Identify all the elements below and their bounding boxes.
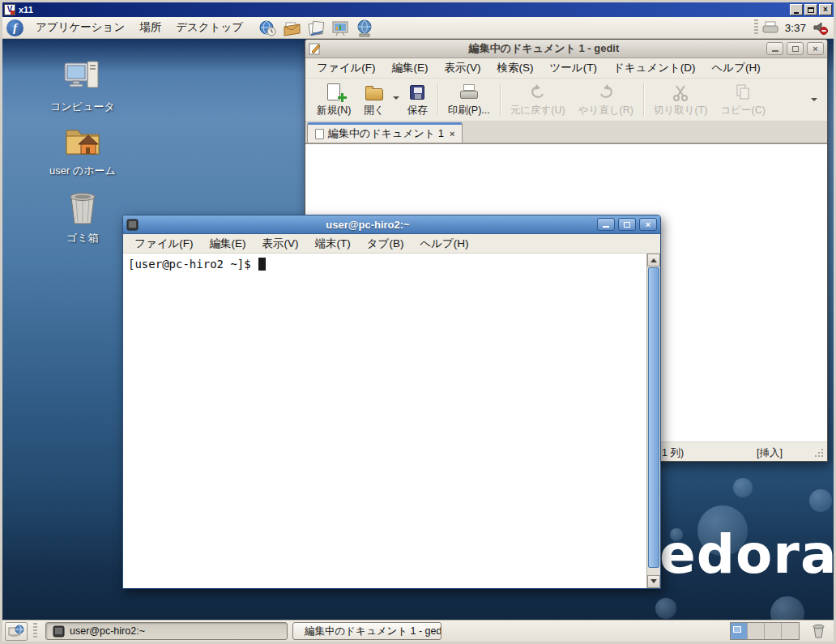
fedora-menu-icon[interactable]: f — [6, 19, 23, 36]
open-folder-icon — [365, 88, 383, 100]
arrow-up-icon — [650, 255, 657, 262]
trash-applet[interactable] — [811, 623, 825, 639]
fedora-wallpaper-wordmark: edora™ — [659, 525, 834, 582]
cut-button: 切り取り(T) — [647, 80, 714, 120]
shell-prompt: [user@pc-hiro2 ~]$ — [128, 257, 266, 271]
menu-desktop[interactable]: デスクトップ — [168, 17, 250, 39]
toolbar-separator — [643, 83, 644, 117]
print-icon — [460, 84, 478, 100]
gedit-minimize-button[interactable] — [766, 42, 783, 55]
cursor-position-label: 1 列) — [662, 446, 684, 460]
os-close-button[interactable]: × — [819, 4, 832, 15]
text-cursor — [258, 258, 266, 271]
show-desktop-icon — [8, 625, 24, 638]
terminal-menu-edit[interactable]: 編集(E) — [202, 237, 254, 251]
scroll-up-button[interactable] — [647, 254, 660, 267]
gedit-document-tab[interactable]: 編集中のドキュメント 1 × — [307, 122, 463, 143]
wallpaper-bubble — [655, 598, 676, 619]
terminal-content[interactable]: [user@pc-hiro2 ~]$ — [123, 254, 660, 588]
terminal-menu-terminal[interactable]: 端末(T) — [307, 237, 359, 251]
terminal-icon — [126, 219, 139, 231]
save-button[interactable]: 保存 — [401, 80, 434, 120]
gedit-menu-file[interactable]: ファイル(F) — [309, 61, 384, 75]
desktop-icon-trash[interactable]: ゴミ箱 — [42, 190, 123, 245]
toolbar-separator — [500, 83, 501, 117]
gedit-menu-search[interactable]: 検索(S) — [489, 61, 542, 75]
tab-close-icon[interactable]: × — [448, 130, 454, 139]
email-client-icon[interactable] — [283, 19, 301, 37]
scroll-down-button[interactable] — [647, 575, 660, 588]
os-minimize-button[interactable] — [790, 4, 803, 15]
panel-launchers — [258, 19, 374, 37]
terminal-titlebar[interactable]: user@pc-hiro2:~ × — [123, 215, 660, 234]
new-button[interactable]: 新規(N) — [310, 80, 357, 120]
web-browser-icon[interactable] — [258, 19, 277, 37]
globe-stand-icon[interactable] — [356, 19, 374, 37]
presentation-icon[interactable] — [331, 19, 350, 37]
os-window-titlebar[interactable]: V x11 × — [2, 2, 834, 17]
resize-grip[interactable] — [814, 448, 825, 458]
open-dropdown-caret[interactable] — [393, 96, 399, 103]
open-button[interactable]: 開く — [357, 80, 390, 120]
workspace-4[interactable] — [782, 623, 799, 639]
gedit-menu-documents[interactable]: ドキュメント(D) — [605, 61, 704, 75]
new-document-icon — [327, 83, 340, 100]
word-processor-icon[interactable] — [307, 19, 326, 37]
printer-icon[interactable] — [761, 20, 779, 35]
save-floppy-icon — [410, 85, 424, 100]
desktop-icon-home[interactable]: user のホーム — [42, 122, 123, 178]
terminal-menu-help[interactable]: ヘルプ(H) — [412, 237, 476, 251]
taskbar-button-terminal[interactable]: user@pc-hiro2:~ — [45, 622, 288, 640]
scrollbar-thumb[interactable] — [648, 267, 659, 568]
volume-icon[interactable] — [812, 19, 830, 36]
tab-label: 編集中のドキュメント 1 — [328, 126, 444, 141]
close-icon: × — [646, 220, 650, 229]
arrow-down-icon — [650, 579, 657, 586]
gedit-menubar: ファイル(F) 編集(E) 表示(V) 検索(S) ツール(T) ドキュメント(… — [305, 58, 827, 79]
terminal-close-button[interactable]: × — [639, 218, 657, 231]
close-icon: × — [823, 6, 828, 14]
trash-icon — [811, 623, 825, 639]
terminal-window: user@pc-hiro2:~ × ファイル(F) 編集(E) 表示(V) 端末… — [122, 215, 661, 589]
panel-drag-handle[interactable] — [754, 19, 758, 36]
gedit-icon — [309, 42, 322, 55]
minimize-icon — [603, 226, 609, 228]
terminal-menu-tabs[interactable]: タブ(B) — [359, 237, 412, 251]
toolbar-overflow-caret[interactable] — [811, 98, 817, 104]
gedit-menu-tools[interactable]: ツール(T) — [542, 61, 605, 75]
workspace-1[interactable] — [731, 623, 748, 639]
desktop-icon-computer[interactable]: コンピュータ — [42, 58, 123, 114]
workspace-2[interactable] — [748, 623, 765, 639]
task-label: user@pc-hiro2:~ — [70, 625, 145, 637]
terminal-minimize-button[interactable] — [597, 218, 615, 231]
gedit-tabbar: 編集中のドキュメント 1 × — [305, 122, 827, 143]
terminal-menu-view[interactable]: 表示(V) — [254, 237, 307, 251]
gedit-menu-view[interactable]: 表示(V) — [437, 61, 489, 75]
panel-clock[interactable]: 3:37 — [779, 22, 812, 34]
os-maximize-button[interactable] — [804, 4, 817, 15]
workspace-3[interactable] — [765, 623, 782, 639]
document-icon — [315, 129, 324, 139]
panel-drag-handle[interactable] — [33, 623, 37, 639]
terminal-menubar: ファイル(F) 編集(E) 表示(V) 端末(T) タブ(B) ヘルプ(H) — [123, 234, 660, 254]
menu-applications[interactable]: アプリケーション — [28, 17, 132, 39]
gedit-menu-edit[interactable]: 編集(E) — [384, 61, 437, 75]
terminal-maximize-button[interactable] — [618, 218, 636, 231]
home-folder-icon — [63, 122, 102, 160]
terminal-menu-file[interactable]: ファイル(F) — [126, 237, 202, 251]
menu-places[interactable]: 場所 — [132, 17, 168, 39]
minimize-icon — [794, 12, 799, 14]
vnc-icon: V — [4, 4, 15, 15]
copy-button: コピー(C) — [714, 80, 771, 120]
gedit-menu-help[interactable]: ヘルプ(H) — [704, 61, 769, 75]
show-desktop-button[interactable] — [5, 622, 28, 641]
taskbar-button-gedit[interactable]: 編集中のドキュメント 1 - gedit — [292, 622, 441, 640]
close-icon: × — [813, 45, 817, 53]
gedit-close-button[interactable]: × — [807, 42, 824, 55]
undo-button: 元に戻す(U) — [504, 80, 572, 120]
gedit-maximize-button[interactable] — [787, 42, 804, 55]
gedit-titlebar[interactable]: 編集中のドキュメント 1 - gedit × — [305, 40, 827, 58]
print-button[interactable]: 印刷(P)... — [441, 80, 497, 120]
terminal-scrollbar[interactable] — [646, 254, 660, 588]
window-thumbnail — [733, 626, 741, 633]
